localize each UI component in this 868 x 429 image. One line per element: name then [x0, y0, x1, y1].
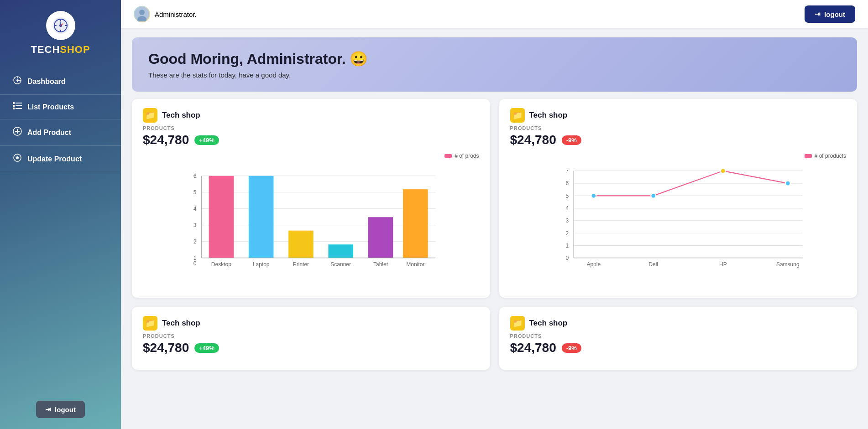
card4-badge: -9% [562, 343, 581, 353]
svg-point-73 [720, 168, 725, 173]
svg-rect-43 [249, 176, 274, 258]
topbar-user: Administrator. [134, 6, 197, 22]
svg-text:4: 4 [193, 206, 197, 212]
svg-rect-14 [13, 102, 15, 104]
sidebar-item-label: Dashboard [27, 78, 66, 86]
card2-label: PRODUCTS [510, 125, 847, 131]
svg-text:Apple: Apple [586, 261, 601, 268]
stat-card-1: 📁 Tech shop PRODUCTS $24,780 +49% # of p… [132, 99, 490, 298]
svg-rect-51 [403, 189, 428, 258]
svg-text:Monitor: Monitor [406, 261, 424, 268]
card1-badge: +49% [194, 135, 219, 145]
sidebar: TECHSHOP Dashboard [0, 0, 121, 429]
folder-icon-4: 📁 [510, 316, 525, 331]
card1-label: PRODUCTS [143, 125, 479, 131]
sidebar-logout-button[interactable]: ⇥ logout [36, 401, 85, 418]
svg-text:Samsung: Samsung [776, 261, 799, 268]
card3-top: 📁 Tech shop [143, 316, 479, 331]
svg-text:1: 1 [565, 243, 569, 249]
topbar-logout-icon: ⇥ [815, 10, 821, 18]
card3-amount-row: $24,780 +49% [143, 341, 479, 355]
cards-grid: 📁 Tech shop PRODUCTS $24,780 +49% # of p… [121, 99, 868, 381]
svg-rect-45 [288, 231, 314, 258]
svg-text:3: 3 [565, 217, 569, 224]
folder-icon-2: 📁 [510, 108, 525, 123]
card2-title: Tech shop [529, 111, 568, 120]
avatar [134, 6, 150, 22]
svg-text:7: 7 [565, 168, 569, 174]
sidebar-item-update-product[interactable]: Update Product [0, 146, 121, 172]
card2-top: 📁 Tech shop [510, 108, 847, 123]
svg-point-26 [139, 10, 145, 15]
stat-card-3: 📁 Tech shop PRODUCTS $24,780 +49% [132, 307, 490, 370]
topbar-logout-button[interactable]: ⇥ logout [805, 5, 855, 23]
stat-card-4: 📁 Tech shop PRODUCTS $24,780 -9% [499, 307, 858, 370]
stat-card-2: 📁 Tech shop PRODUCTS $24,780 -9% # of pr… [499, 99, 858, 298]
topbar-username: Administrator. [155, 10, 197, 18]
svg-rect-41 [209, 176, 234, 258]
card1-legend: # of prods [143, 153, 479, 159]
svg-text:6: 6 [193, 173, 197, 179]
sidebar-item-label: Update Product [27, 155, 82, 163]
welcome-subtitle: These are the stats for today, have a go… [148, 71, 841, 79]
card1-title: Tech shop [162, 111, 200, 120]
svg-text:2: 2 [565, 230, 569, 237]
svg-text:3: 3 [193, 222, 197, 228]
svg-rect-47 [328, 244, 353, 258]
svg-point-71 [591, 193, 596, 198]
logout-icon: ⇥ [45, 405, 51, 413]
card3-label: PRODUCTS [143, 333, 479, 339]
main-content: Administrator. ⇥ logout Good Moring, Adm… [121, 0, 868, 429]
add-icon [13, 127, 22, 138]
svg-rect-17 [16, 103, 22, 103]
svg-point-24 [16, 157, 18, 159]
svg-text:Printer: Printer [293, 261, 309, 268]
card1-top: 📁 Tech shop [143, 108, 479, 123]
card4-label: PRODUCTS [510, 333, 847, 339]
card4-top: 📁 Tech shop [510, 316, 847, 331]
svg-rect-16 [13, 108, 15, 109]
line-chart-svg: 7 6 5 4 3 2 1 0 Apple [510, 161, 847, 270]
sidebar-item-dashboard[interactable]: Dashboard [0, 68, 121, 95]
card3-amount: $24,780 [143, 341, 189, 355]
sidebar-item-label: Add Product [27, 129, 71, 137]
svg-text:HP: HP [719, 261, 727, 268]
card4-amount: $24,780 [510, 341, 556, 355]
svg-text:5: 5 [193, 189, 197, 196]
card2-amount: $24,780 [510, 133, 556, 147]
topbar: Administrator. ⇥ logout [121, 0, 868, 28]
svg-rect-19 [16, 108, 22, 109]
card2-amount-row: $24,780 -9% [510, 133, 847, 147]
sidebar-item-label: List Products [27, 103, 74, 111]
svg-text:4: 4 [565, 205, 569, 212]
folder-icon-3: 📁 [143, 316, 157, 331]
legend-color-2 [805, 154, 812, 158]
list-icon [13, 102, 22, 112]
logo-icon [46, 11, 75, 40]
svg-text:Scanner: Scanner [330, 261, 351, 268]
sidebar-logo: TECHSHOP [31, 11, 90, 56]
sidebar-item-list-products[interactable]: List Products [0, 95, 121, 119]
sidebar-item-add-product[interactable]: Add Product [0, 119, 121, 146]
card1-amount-row: $24,780 +49% [143, 133, 479, 147]
sidebar-navigation: Dashboard List Products [0, 68, 121, 393]
welcome-banner: Good Moring, Administrator. 😀 These are … [132, 37, 857, 92]
welcome-title: Good Moring, Administrator. 😀 [148, 50, 841, 67]
card3-title: Tech shop [162, 319, 200, 328]
card3-badge: +49% [194, 343, 219, 353]
card2-chart: 7 6 5 4 3 2 1 0 Apple [510, 161, 847, 289]
card1-amount: $24,780 [143, 133, 189, 147]
svg-text:5: 5 [565, 193, 569, 199]
svg-point-74 [785, 181, 790, 186]
update-icon [13, 153, 22, 165]
svg-rect-49 [368, 217, 393, 258]
svg-rect-15 [13, 105, 15, 107]
svg-point-72 [651, 193, 656, 198]
legend-color-1 [444, 154, 452, 158]
svg-text:0: 0 [565, 255, 569, 261]
svg-text:2: 2 [193, 238, 197, 245]
folder-icon-1: 📁 [143, 108, 157, 123]
card4-amount-row: $24,780 -9% [510, 341, 847, 355]
svg-text:Dell: Dell [648, 261, 658, 268]
bar-chart-svg: 6 5 4 3 2 1 0 Desktop Laptop Prin [143, 161, 479, 270]
